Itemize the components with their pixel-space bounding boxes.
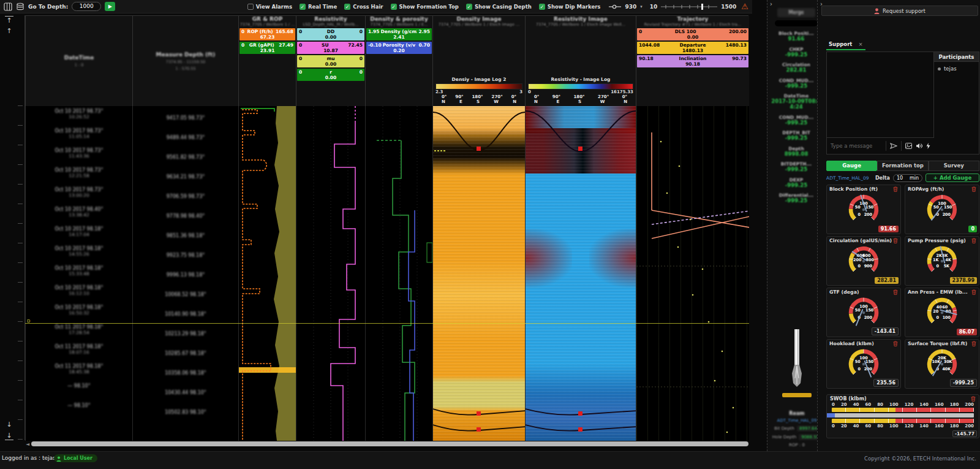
dip-marker[interactable] xyxy=(477,411,481,416)
delta-input[interactable]: 10 min xyxy=(893,174,922,182)
track-header-density-image[interactable]: Density Image 7374_7705 / Wellbore 1 / E… xyxy=(432,16,525,106)
jump-to-top-icon[interactable]: ↑ xyxy=(5,16,13,25)
scroll-up-icon[interactable]: ↑ xyxy=(5,27,13,35)
merge-button[interactable]: Merge xyxy=(777,8,815,17)
curve-legend[interactable]: 0r0 0.00 xyxy=(297,69,364,81)
warning-icon[interactable]: ⚠ xyxy=(741,2,748,11)
go-button[interactable]: ▶ xyxy=(105,2,115,11)
chevron-down-icon[interactable]: ▾ xyxy=(640,4,643,9)
su-curve xyxy=(331,122,355,441)
track-header-resistivity[interactable]: Resistivity LSD_Depth_HAL_M / Wellb... 0… xyxy=(296,16,365,106)
delete-gauge-icon[interactable] xyxy=(893,341,898,346)
panel-columns-icon[interactable] xyxy=(4,2,12,11)
checkbox-icon[interactable]: ✓ xyxy=(391,4,397,10)
delete-gauge-icon[interactable] xyxy=(971,186,976,192)
curve-legend[interactable]: 0DLS 100200.00 0.00 xyxy=(637,28,748,40)
crosshair-line xyxy=(25,323,749,324)
tab-gauge[interactable]: Gauge xyxy=(826,161,877,171)
go-to-depth-input[interactable]: 1000 xyxy=(72,2,101,11)
presence-dot xyxy=(938,67,941,71)
tab-survey[interactable]: Survey xyxy=(929,161,979,171)
crosshair-label: D xyxy=(27,319,30,324)
participant-item[interactable]: tejas xyxy=(934,62,979,72)
colorbar-max: 3 xyxy=(519,90,522,94)
readout-item[interactable]: Depth8998.08 xyxy=(767,146,825,157)
screenshot-icon[interactable] xyxy=(905,143,912,149)
dip-marker[interactable] xyxy=(477,427,481,432)
jump-to-bottom-icon[interactable]: ↓ xyxy=(5,432,13,440)
delta-value[interactable]: 10 xyxy=(897,175,903,181)
datetime-row: Oct 10 2017 98.18°14:55:26 xyxy=(26,246,132,265)
readout-item[interactable]: COND_MUD...-999.25 xyxy=(767,115,825,126)
chat-messages[interactable] xyxy=(827,52,934,137)
checkbox-real-time[interactable]: ✓ Real Time xyxy=(300,4,337,10)
checkbox-cross-hair[interactable]: ✓ Cross Hair xyxy=(344,4,383,10)
delete-gauge-icon[interactable] xyxy=(971,341,976,346)
delete-gauge-icon[interactable] xyxy=(893,238,898,243)
checkbox-view-alarms[interactable]: View Alarms xyxy=(247,4,292,10)
delete-gauge-icon[interactable] xyxy=(971,396,976,402)
track-header-resistivity-image[interactable]: Resistivity Image 7374_7705 / Wellbore 1… xyxy=(525,16,636,106)
horizontal-scrollbar[interactable]: ◄ xyxy=(26,441,748,447)
request-support-button[interactable]: Request support xyxy=(821,6,978,16)
dip-marker[interactable] xyxy=(578,411,582,416)
dip-marker[interactable] xyxy=(578,427,582,432)
readout-item[interactable]: DEXP-999.25 xyxy=(767,177,825,188)
send-icon[interactable] xyxy=(890,143,897,149)
checkbox-show-casing-depth[interactable]: ✓ Show Casing Depth xyxy=(466,4,532,10)
delete-gauge-icon[interactable] xyxy=(971,238,976,243)
curve-legend[interactable]: 0DD0 0.00 xyxy=(297,28,364,40)
curve-legend[interactable]: -0.10Porosity (v/v dec..0.70 0.20 xyxy=(366,42,432,54)
tab-formation-top[interactable]: Formation top xyxy=(877,161,928,171)
curve-legend[interactable]: 1.95Density (g/cm3)2.95 2.41 xyxy=(366,28,432,40)
scrollbar-thumb[interactable] xyxy=(31,441,748,446)
gauge-sensor[interactable]: ADT_Time_HAL_09 xyxy=(826,175,872,181)
curve-legend[interactable]: 0GR (gAPI)27.49 23.91 xyxy=(239,42,295,54)
dip-marker[interactable] xyxy=(578,147,582,151)
checkbox-show-dip-markers[interactable]: ✓ Show Dip Markers xyxy=(539,4,601,10)
curve-legend[interactable]: 0mu0 0.00 xyxy=(297,55,364,67)
depth-scale-slider[interactable] xyxy=(661,3,717,10)
curve-legend[interactable]: 1044.08Departure1480.13 1480.13 xyxy=(637,42,748,54)
readout-item[interactable]: Circulation282.81 xyxy=(767,62,825,73)
tab-support[interactable]: Support × xyxy=(826,39,865,50)
readout-item[interactable]: Differential...-999.25 xyxy=(767,193,825,204)
message-input[interactable]: Type a message xyxy=(831,143,882,149)
slider-icon[interactable] xyxy=(609,4,621,10)
readout-item[interactable]: Block Positi...91.66 xyxy=(767,31,825,42)
close-icon[interactable]: × xyxy=(858,41,862,47)
curve-legend[interactable]: 90.18Inclination90.73 90.18 xyxy=(637,55,748,67)
readout-item[interactable]: BITDEPTH...-999.25 xyxy=(767,161,825,172)
checkbox-show-formation-top[interactable]: ✓ Show Formation Top xyxy=(391,4,459,10)
checkbox-icon[interactable] xyxy=(247,4,254,10)
add-gauge-button[interactable]: + Add Gauge xyxy=(925,173,979,182)
database-icon[interactable] xyxy=(16,2,24,11)
bolt-icon[interactable] xyxy=(926,143,930,149)
track-header-gr-rop[interactable]: GR & ROP 7374_7705 / Wellbore 1 / ... 0R… xyxy=(238,16,296,106)
track-header-depth[interactable]: Measure Depth (ft) 7374.95 - 11159.50 1 … xyxy=(132,16,238,106)
collapse-readouts-icon[interactable]: › xyxy=(770,1,772,7)
checkbox-icon[interactable]: ✓ xyxy=(300,4,306,10)
curve-legend[interactable]: 0SU72.45 10.87 xyxy=(297,42,364,54)
delete-gauge-icon[interactable] xyxy=(893,186,898,192)
track-header-density-porosity[interactable]: Density & porosity 7374_7705 / Wellbore … xyxy=(365,16,432,106)
readout-item[interactable]: DEPTH_BIT-999.25 xyxy=(767,130,825,141)
checkbox-icon[interactable]: ✓ xyxy=(344,4,350,10)
audio-icon[interactable] xyxy=(916,143,922,149)
checkbox-icon[interactable]: ✓ xyxy=(466,4,472,10)
svg-text:40K: 40K xyxy=(942,367,951,372)
delete-gauge-icon[interactable] xyxy=(893,289,898,295)
track-header-trajectory[interactable]: Trajectory Revised Trajectory #71 / Well… xyxy=(636,16,749,106)
readout-item[interactable]: COND_MUD...-999.25 xyxy=(767,78,825,89)
delete-gauge-icon[interactable] xyxy=(971,289,976,295)
dip-marker[interactable] xyxy=(477,147,481,151)
scroll-left-icon[interactable]: ◄ xyxy=(26,441,29,447)
curve-legend[interactable]: 0ROP (ft/h)165.68 67.23 xyxy=(239,28,295,40)
checkbox-icon[interactable]: ✓ xyxy=(539,4,545,10)
hole-depth-label: Hole Depth xyxy=(772,435,796,440)
readout-item[interactable]: CHKP-999.25 xyxy=(767,47,825,58)
scroll-down-icon[interactable]: ↓ xyxy=(5,421,13,429)
zoom-value[interactable]: 930 xyxy=(625,4,636,10)
track-header-datetime[interactable]: DateTime 1 : 0 xyxy=(25,16,132,106)
readout-item[interactable]: DateTime2017-10-09T08:34:24 xyxy=(767,93,825,110)
